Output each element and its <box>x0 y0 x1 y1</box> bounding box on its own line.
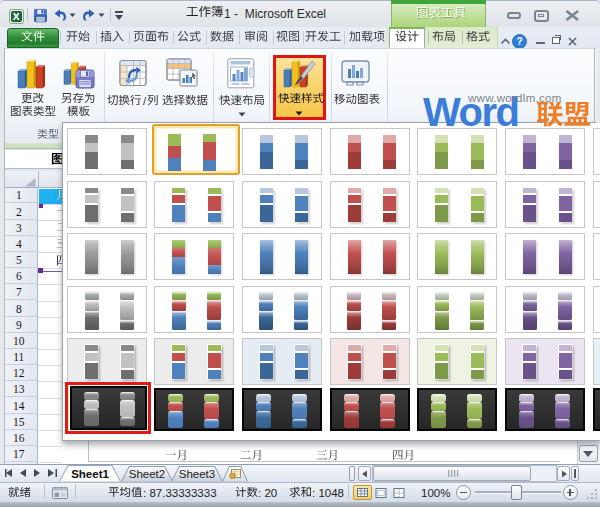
svg-text:?: ? <box>516 36 522 47</box>
